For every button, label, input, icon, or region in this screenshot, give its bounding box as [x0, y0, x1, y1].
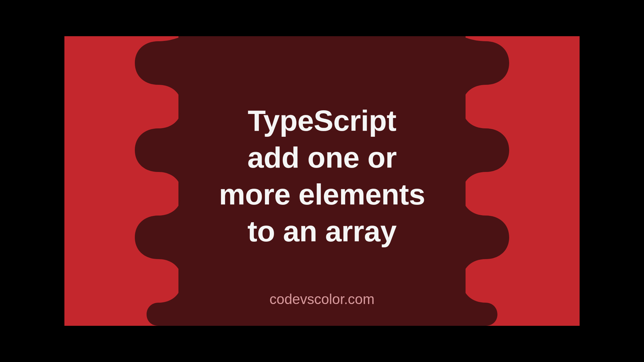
banner-title: TypeScript add one or more elements to a…	[219, 102, 425, 250]
watermark-text: codevscolor.com	[270, 291, 375, 307]
content-area: TypeScript add one or more elements to a…	[64, 36, 580, 326]
title-line-3: more elements	[219, 178, 425, 211]
title-line-2: add one or	[248, 141, 397, 174]
title-line-4: to an array	[248, 215, 396, 248]
banner-card: TypeScript add one or more elements to a…	[64, 36, 580, 326]
title-line-1: TypeScript	[248, 104, 396, 137]
